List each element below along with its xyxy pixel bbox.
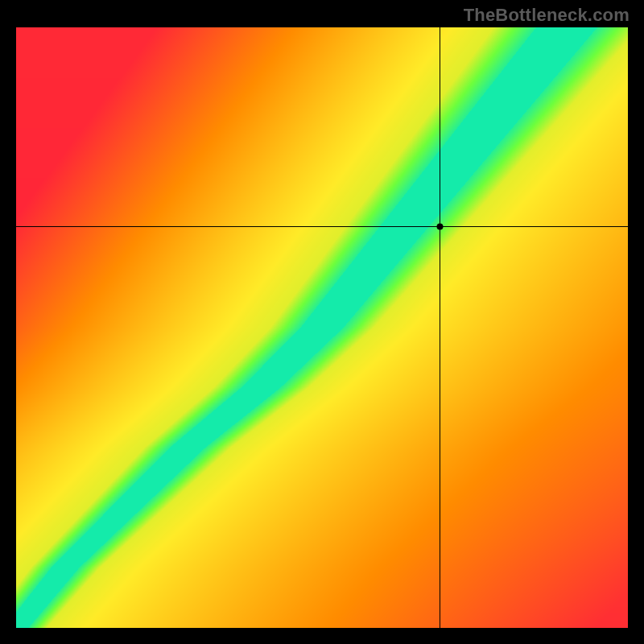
heatmap-plot <box>16 27 628 628</box>
chart-container: TheBottleneck.com <box>0 0 644 644</box>
heatmap-canvas <box>16 27 628 628</box>
watermark-text: TheBottleneck.com <box>464 5 630 26</box>
